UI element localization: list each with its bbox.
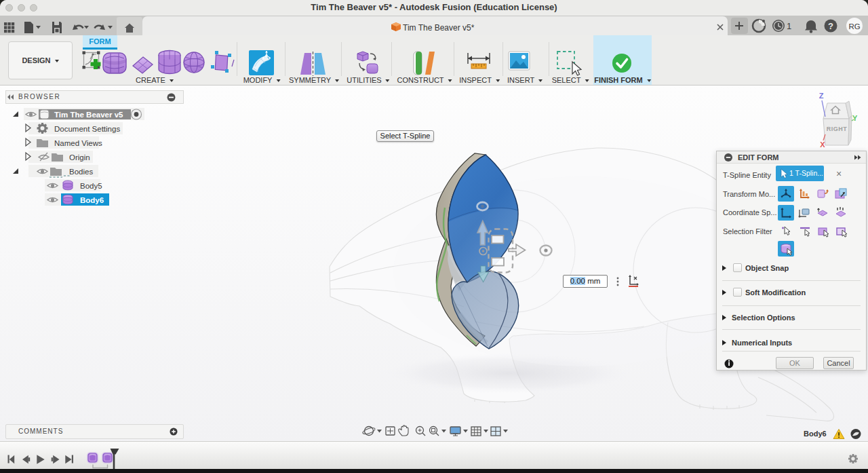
- svg-text:1: 1: [787, 21, 791, 31]
- svg-text:?: ?: [828, 21, 833, 31]
- svg-text:X: X: [820, 140, 825, 149]
- svg-text:Origin: Origin: [69, 153, 90, 162]
- svg-text:Named Views: Named Views: [54, 139, 102, 147]
- svg-text:Tim The Beaver v5: Tim The Beaver v5: [54, 111, 123, 119]
- svg-text:RG: RG: [848, 22, 860, 31]
- svg-text:Z: Z: [819, 92, 824, 100]
- svg-text:Body5: Body5: [80, 182, 102, 190]
- svg-text:RIGHT: RIGHT: [827, 126, 848, 132]
- svg-text:Y: Y: [852, 114, 858, 122]
- svg-text:Body6: Body6: [80, 196, 104, 204]
- svg-text:Bodies: Bodies: [69, 168, 93, 176]
- svg-text:Document Settings: Document Settings: [54, 125, 120, 133]
